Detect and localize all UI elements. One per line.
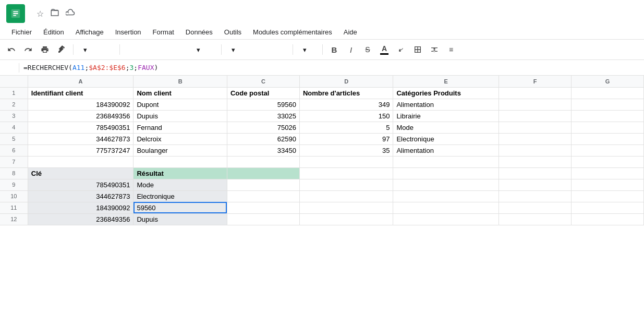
cell[interactable] — [299, 213, 393, 225]
cell[interactable]: Clé — [28, 167, 133, 179]
cell[interactable] — [571, 99, 643, 110]
star-icon[interactable]: ☆ — [37, 9, 44, 19]
cell[interactable] — [571, 87, 643, 99]
cell[interactable]: 97 — [299, 133, 393, 145]
menu-aide[interactable]: Aide — [338, 26, 362, 38]
cell[interactable] — [499, 133, 572, 145]
zoom-select[interactable]: ▾ — [78, 44, 115, 55]
cell[interactable] — [133, 156, 227, 167]
cell[interactable]: Delcroix — [133, 133, 227, 145]
cell[interactable]: 33025 — [227, 110, 299, 122]
cell[interactable]: 150 — [299, 110, 393, 122]
cell[interactable] — [28, 156, 133, 167]
cell[interactable] — [393, 202, 499, 213]
cell[interactable]: Nombre d'articles — [299, 87, 393, 99]
cell[interactable]: Electronique — [393, 133, 499, 145]
cell[interactable]: Dupuis — [133, 110, 227, 122]
cell[interactable] — [571, 145, 643, 156]
cell[interactable]: Identifiant client — [28, 87, 133, 99]
cell[interactable]: 344627873 — [28, 133, 133, 145]
cell[interactable] — [393, 167, 499, 179]
cell[interactable]: 344627873 — [28, 190, 133, 202]
cell[interactable] — [227, 167, 299, 179]
cell[interactable]: 59560 — [227, 99, 299, 110]
cell[interactable] — [571, 122, 643, 133]
col-header-c[interactable]: C — [227, 76, 299, 87]
cell[interactable] — [499, 87, 572, 99]
cell[interactable] — [299, 179, 393, 190]
cell[interactable] — [227, 179, 299, 190]
menu-edition[interactable]: Édition — [38, 26, 69, 38]
cell[interactable]: 236849356 — [28, 213, 133, 225]
more-formats-select[interactable]: ▾ — [191, 44, 217, 55]
cell[interactable]: Electronique — [133, 190, 227, 202]
cell[interactable] — [393, 179, 499, 190]
font-select[interactable]: ▾ — [226, 44, 288, 55]
cell[interactable]: 349 — [299, 99, 393, 110]
cell[interactable] — [571, 202, 643, 213]
cell[interactable] — [571, 190, 643, 202]
italic-button[interactable]: I — [344, 42, 358, 57]
cell[interactable]: Dupuis — [133, 213, 227, 225]
cell[interactable] — [499, 179, 572, 190]
cell[interactable] — [299, 202, 393, 213]
cell[interactable]: 184390092 — [28, 99, 133, 110]
col-header-f[interactable]: F — [499, 76, 572, 87]
cell[interactable]: Boulanger — [133, 145, 227, 156]
cell[interactable]: 785490351 — [28, 179, 133, 190]
cell[interactable] — [499, 122, 572, 133]
highlight-color-button[interactable] — [394, 42, 408, 57]
cell[interactable] — [571, 156, 643, 167]
cell[interactable] — [299, 167, 393, 179]
menu-format[interactable]: Format — [148, 26, 179, 38]
cell[interactable]: Catégories Produits — [393, 87, 499, 99]
col-header-b[interactable]: B — [133, 76, 227, 87]
cell[interactable]: 33450 — [227, 145, 299, 156]
borders-button[interactable] — [410, 42, 425, 57]
cell[interactable] — [499, 190, 572, 202]
currency-button[interactable] — [124, 42, 139, 57]
decimal-decrease-button[interactable] — [157, 42, 172, 57]
cell[interactable]: 236849356 — [28, 110, 133, 122]
font-size-select[interactable]: ▾ — [297, 44, 318, 55]
decimal-increase-button[interactable] — [174, 42, 189, 57]
cell[interactable] — [499, 202, 572, 213]
cell[interactable]: Nom client — [133, 87, 227, 99]
menu-fichier[interactable]: Fichier — [6, 26, 37, 38]
cell[interactable]: Mode — [393, 122, 499, 133]
cell[interactable] — [571, 133, 643, 145]
menu-affichage[interactable]: Affichage — [70, 26, 109, 38]
col-header-g[interactable]: G — [571, 76, 643, 87]
cell[interactable]: Dupont — [133, 99, 227, 110]
cloud-icon[interactable] — [66, 8, 75, 19]
cell[interactable] — [393, 213, 499, 225]
redo-button[interactable] — [21, 42, 35, 57]
cell[interactable] — [499, 213, 572, 225]
col-header-d[interactable]: D — [299, 76, 393, 87]
cell[interactable]: Mode — [133, 179, 227, 190]
folder-icon[interactable] — [50, 8, 59, 19]
cell[interactable] — [227, 213, 299, 225]
percent-button[interactable] — [141, 42, 155, 57]
font-color-button[interactable]: A — [377, 42, 392, 57]
cell[interactable] — [227, 202, 299, 213]
cell[interactable] — [499, 167, 572, 179]
more-options-button[interactable]: ≡ — [444, 42, 458, 57]
cell[interactable] — [393, 190, 499, 202]
cell[interactable]: 5 — [299, 122, 393, 133]
merge-cells-button[interactable] — [427, 42, 442, 57]
selected-cell[interactable]: 59560 — [133, 202, 227, 213]
cell[interactable] — [499, 110, 572, 122]
cell[interactable] — [299, 190, 393, 202]
col-header-e[interactable]: E — [393, 76, 499, 87]
cell[interactable] — [299, 156, 393, 167]
menu-donnees[interactable]: Données — [180, 26, 218, 38]
cell[interactable]: Alimentation — [393, 99, 499, 110]
col-header-a[interactable]: A — [28, 76, 133, 87]
paint-format-button[interactable] — [54, 42, 69, 57]
cell[interactable]: Alimentation — [393, 145, 499, 156]
cell[interactable] — [227, 190, 299, 202]
print-button[interactable] — [38, 42, 52, 57]
cell[interactable]: Fernand — [133, 122, 227, 133]
cell[interactable]: 35 — [299, 145, 393, 156]
